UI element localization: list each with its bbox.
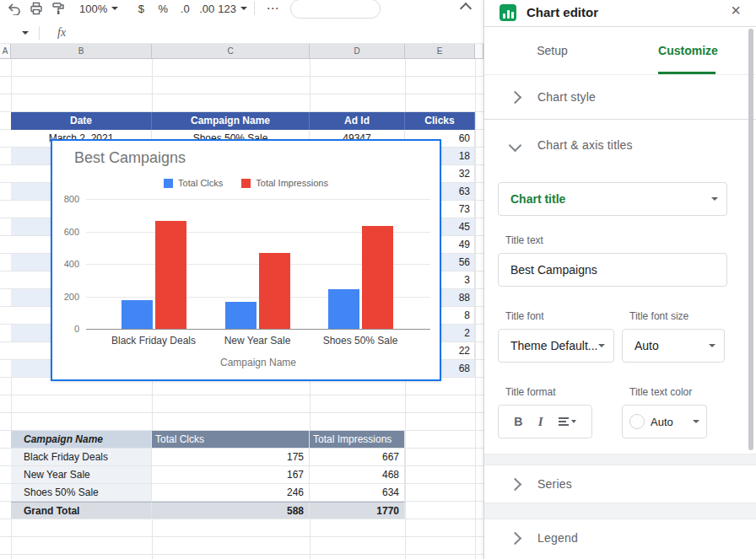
format-percent-button[interactable]: % <box>152 0 174 19</box>
header-cell: Date <box>11 112 152 130</box>
title-text-input[interactable] <box>498 253 727 287</box>
grid-canvas[interactable]: DateCampaign NameAd IdClicksMarch 2, 202… <box>0 59 483 559</box>
chevron-right-icon <box>509 531 522 545</box>
chevron-down-icon <box>571 420 576 423</box>
gridline <box>475 59 476 559</box>
title-font-label: Title font <box>505 310 614 322</box>
section-legend[interactable]: Legend <box>484 519 756 556</box>
zoom-select[interactable]: 100% <box>79 3 118 15</box>
paint-format-icon[interactable] <box>47 0 69 19</box>
toolbar-overflow-button[interactable]: ⋯ <box>262 0 284 19</box>
title-format-toolbar: B I <box>498 405 592 438</box>
cell[interactable]: 175 <box>152 449 310 466</box>
tab-customize[interactable]: Customize <box>620 27 756 74</box>
cell[interactable]: New Year Sale <box>11 466 152 484</box>
y-axis-tick: 400 <box>52 259 79 269</box>
title-font-select[interactable]: Theme Default... <box>498 329 614 363</box>
chart-title-type-select[interactable]: Chart title <box>498 182 727 216</box>
column-header-fill[interactable] <box>475 44 483 58</box>
title-font-size-select[interactable]: Auto <box>622 329 725 363</box>
chevron-down-icon <box>509 138 522 152</box>
chevron-down-icon <box>240 7 247 10</box>
active-tab-underline <box>658 72 716 74</box>
close-icon[interactable]: × <box>731 1 741 20</box>
tab-setup[interactable]: Setup <box>484 27 620 74</box>
legend-swatch <box>164 179 173 188</box>
bar-total-impressions <box>362 226 393 329</box>
bar-total-clcks <box>225 302 256 329</box>
legend-label: Total Impressions <box>256 178 328 188</box>
section-gap <box>484 503 756 519</box>
cell[interactable]: 246 <box>152 484 310 502</box>
chevron-right-icon <box>509 90 522 104</box>
format-currency-button[interactable]: $ <box>130 0 152 19</box>
column-header-C[interactable]: C <box>152 44 310 58</box>
panel-title: Chart editor <box>526 5 598 19</box>
title-text-label: Title text <box>505 234 742 246</box>
cell[interactable]: 634 <box>310 484 405 502</box>
panel-tabs: Setup Customize <box>484 27 756 75</box>
title-font-size-label: Title font size <box>629 310 725 322</box>
table-row: New Year Sale167468 <box>11 466 405 484</box>
toolbar: 100% $ % .0 .00 123 ⋯ <box>0 0 483 23</box>
fx-icon: fx <box>57 26 66 40</box>
title-text-color-select[interactable]: Auto <box>622 405 707 438</box>
cell[interactable]: Black Friday Deals <box>11 449 152 466</box>
cell[interactable]: 667 <box>310 449 405 466</box>
legend-label: Total Clcks <box>178 178 223 188</box>
y-axis-tick: 600 <box>52 227 79 237</box>
column-header-A[interactable]: A <box>0 44 11 58</box>
x-axis-title: Campaign Name <box>86 357 430 368</box>
bar-total-clcks <box>328 289 359 329</box>
x-axis-label: New Year Sale <box>198 335 316 347</box>
table-header-row: Campaign NameTotal ClcksTotal Impression… <box>11 431 405 449</box>
print-icon[interactable] <box>25 0 47 19</box>
section-chart-axis-titles-header[interactable]: Chart & axis titles <box>484 120 756 170</box>
cell[interactable]: 1770 <box>310 502 405 519</box>
header-cell: Campaign Name <box>11 431 152 449</box>
section-chart-style[interactable]: Chart style <box>484 75 756 120</box>
align-button[interactable] <box>559 417 576 426</box>
cell[interactable]: Shoes 50% Sale <box>11 484 152 502</box>
chevron-down-icon <box>709 344 716 347</box>
cell[interactable]: 167 <box>152 466 310 484</box>
name-box-dropdown-icon[interactable] <box>22 31 29 35</box>
y-axis-tick: 200 <box>52 292 79 302</box>
increase-decimal-button[interactable]: .00 <box>196 0 218 19</box>
x-axis-label: Black Friday Deals <box>94 335 213 347</box>
bold-button[interactable]: B <box>514 415 522 428</box>
column-header-D[interactable]: D <box>310 44 405 58</box>
cell[interactable]: Grand Total <box>11 502 152 519</box>
title-format-label: Title format <box>505 386 614 398</box>
section-series[interactable]: Series <box>484 465 756 503</box>
section-chart-axis-titles: Chart & axis titles Chart title Title te… <box>484 120 756 454</box>
header-cell: Campaign Name <box>152 112 310 130</box>
column-header-E[interactable]: E <box>405 44 475 58</box>
chevron-right-icon <box>509 477 522 491</box>
chart-gridline <box>86 329 430 330</box>
bar-total-impressions <box>155 221 186 329</box>
formula-bar: fx <box>0 23 483 44</box>
color-swatch <box>629 414 645 429</box>
italic-button[interactable]: I <box>538 415 543 429</box>
chevron-down-icon <box>693 420 699 423</box>
more-formats-button[interactable]: 123 <box>218 3 247 15</box>
header-cell: Ad Id <box>310 112 405 130</box>
decrease-decimal-button[interactable]: .0 <box>174 0 196 19</box>
panel-scrollbar[interactable] <box>748 29 753 450</box>
embedded-chart[interactable]: Best Campaigns Total ClcksTotal Impressi… <box>51 139 441 381</box>
y-axis-tick: 0 <box>52 324 79 334</box>
column-header-B[interactable]: B <box>11 44 152 58</box>
table-header-row: DateCampaign NameAd IdClicks <box>11 112 475 130</box>
header-cell: Total Impressions <box>310 431 405 449</box>
y-axis-tick: 800 <box>52 194 79 204</box>
bar-total-impressions <box>259 253 290 329</box>
cell[interactable]: 588 <box>152 502 310 519</box>
hide-menus-icon[interactable] <box>455 0 477 19</box>
chevron-down-icon <box>598 344 605 347</box>
undo-icon[interactable] <box>3 0 25 19</box>
legend-item: Total Impressions <box>241 178 328 188</box>
cell[interactable]: 468 <box>310 466 405 484</box>
chevron-down-icon <box>111 7 118 10</box>
legend-item: Total Clcks <box>164 178 223 188</box>
